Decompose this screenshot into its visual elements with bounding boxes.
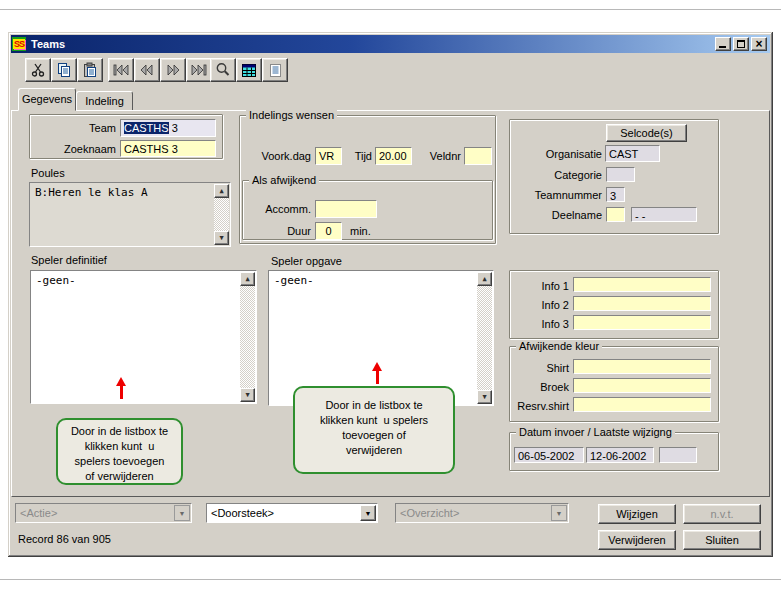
scissors-icon [30, 62, 46, 78]
minimize-button[interactable] [715, 37, 731, 51]
tab-gegevens[interactable]: Gegevens [18, 88, 76, 111]
annotation-arrow-middle [371, 362, 383, 384]
report-icon [267, 62, 283, 78]
minimize-icon [719, 46, 726, 48]
organisatie-field: CAST [605, 145, 660, 162]
previous-record-icon [138, 63, 156, 77]
categorie-label: Categorie [502, 169, 602, 182]
datum-invoer-field: 06-05-2002 [514, 447, 584, 463]
previous-record-button[interactable] [134, 58, 160, 82]
broek-label: Broek [469, 381, 569, 394]
team-value-selected: CASTHS [124, 122, 169, 134]
app-icon: SS [12, 37, 26, 51]
info1-label: Info 1 [469, 280, 569, 293]
last-record-button[interactable] [186, 58, 212, 82]
doorsteek-combobox[interactable]: <Doorsteek> ▼ [206, 503, 378, 523]
zoeknaam-label: Zoeknaam [32, 143, 116, 156]
datum-extra-field [659, 447, 697, 463]
callout-line: verwijderen [295, 443, 453, 458]
scroll-up-icon[interactable]: ▲ [240, 272, 255, 286]
doorsteek-value: <Doorsteek> [211, 507, 274, 519]
info1-field[interactable] [573, 277, 711, 292]
wijzigen-button[interactable]: Wijzigen [598, 504, 676, 524]
annotation-arrow-left [115, 377, 127, 399]
categorie-field [606, 167, 635, 182]
copy-button[interactable] [51, 58, 77, 82]
scroll-up-icon[interactable]: ▲ [214, 184, 229, 198]
broek-field[interactable] [573, 378, 711, 393]
callout-line: spelers toevoegen [58, 454, 181, 469]
report-view-button[interactable] [262, 58, 288, 82]
info3-label: Info 3 [469, 318, 569, 331]
sluiten-button[interactable]: Sluiten [683, 530, 761, 550]
chevron-down-icon[interactable]: ▼ [360, 505, 376, 521]
duur-label: Duur [247, 225, 311, 238]
poules-scrollbar[interactable]: ▲ ▼ [214, 184, 229, 245]
selcodes-button[interactable]: Selcode(s) [606, 124, 687, 142]
datum-wijziging-field: 12-06-2002 [586, 447, 654, 463]
teamnummer-field: 3 [606, 187, 625, 202]
tijd-label: Tijd [344, 150, 372, 163]
voorkdag-field[interactable]: VR [315, 147, 342, 165]
datum-group-label: Datum invoer / Laatste wijzigng [516, 426, 675, 438]
info2-field[interactable] [573, 296, 711, 311]
speler-definitief-item[interactable]: -geen- [36, 274, 76, 288]
overzicht-value: <Overzicht> [400, 507, 459, 519]
close-icon: × [752, 37, 766, 51]
zoeknaam-field[interactable]: CASTHS 3 [120, 140, 216, 157]
first-record-button[interactable] [108, 58, 134, 82]
duur-field[interactable]: 0 [315, 222, 342, 240]
close-button[interactable]: × [751, 37, 767, 51]
paste-button[interactable] [77, 58, 103, 82]
next-record-icon [164, 63, 182, 77]
veldnr-field[interactable] [464, 147, 492, 165]
organisatie-label: Organisatie [502, 148, 602, 161]
indelings-wensen-label: Indelings wensen [246, 109, 337, 121]
page-top-rule [0, 9, 781, 10]
table-view-button[interactable] [236, 58, 262, 82]
maximize-icon [737, 40, 745, 48]
window-title: Teams [31, 38, 715, 50]
speler-opgave-label: Speler opgave [271, 255, 342, 268]
scroll-down-icon[interactable]: ▼ [240, 388, 255, 402]
poules-listbox[interactable]: B:Heren le klas A ▲ ▼ [29, 182, 231, 247]
deelname-label: Deelname [502, 209, 602, 222]
accomm-label: Accomm. [247, 203, 311, 216]
veldnr-label: Veldnr [418, 150, 461, 163]
tab-indeling[interactable]: Indeling [76, 91, 133, 111]
callout-line: klikken kunt u [58, 439, 181, 454]
search-button[interactable] [210, 58, 236, 82]
teamnummer-label: Teamnummer [502, 189, 602, 202]
team-field[interactable]: CASTHS 3 [120, 119, 216, 137]
tab-gegevens-label: Gegevens [22, 93, 72, 105]
page-bottom-rule [0, 579, 781, 580]
shirt-field[interactable] [573, 359, 711, 374]
als-afwijkend-label: Als afwijkend [249, 174, 319, 186]
deelname-field[interactable] [606, 207, 625, 222]
info3-field[interactable] [573, 315, 711, 330]
nvt-button: n.v.t. [683, 504, 761, 524]
next-record-button[interactable] [160, 58, 186, 82]
info2-label: Info 2 [469, 299, 569, 312]
tijd-field[interactable]: 20.00 [375, 147, 412, 165]
poules-label: Poules [31, 167, 65, 180]
callout-line: toevoegen of [295, 428, 453, 443]
verwijderen-button[interactable]: Verwijderen [598, 530, 676, 550]
cut-button[interactable] [25, 58, 51, 82]
poules-item[interactable]: B:Heren le klas A [35, 186, 148, 200]
first-record-icon [112, 63, 130, 77]
title-bar: SS Teams × [11, 35, 770, 53]
accomm-field[interactable] [315, 200, 377, 218]
annotation-callout-middle: Door in de listbox te klikken kunt u spe… [293, 386, 455, 474]
speler-opgave-item[interactable]: -geen- [274, 274, 314, 288]
gegevens-tab-page: Team CASTHS 3 Zoeknaam CASTHS 3 Poules B… [11, 110, 770, 497]
resrvshirt-field[interactable] [573, 397, 711, 412]
maximize-button[interactable] [733, 37, 749, 51]
overzicht-combobox: <Overzicht> ▼ [395, 503, 569, 523]
callout-line: klikken kunt u spelers [295, 413, 453, 428]
scroll-down-icon[interactable]: ▼ [214, 231, 229, 245]
speler-definitief-scrollbar[interactable]: ▲ ▼ [240, 272, 255, 402]
speler-definitief-listbox[interactable]: -geen- ▲ ▼ [30, 270, 257, 404]
voorkdag-label: Voork.dag [247, 150, 311, 163]
team-value-rest: 3 [169, 122, 178, 134]
